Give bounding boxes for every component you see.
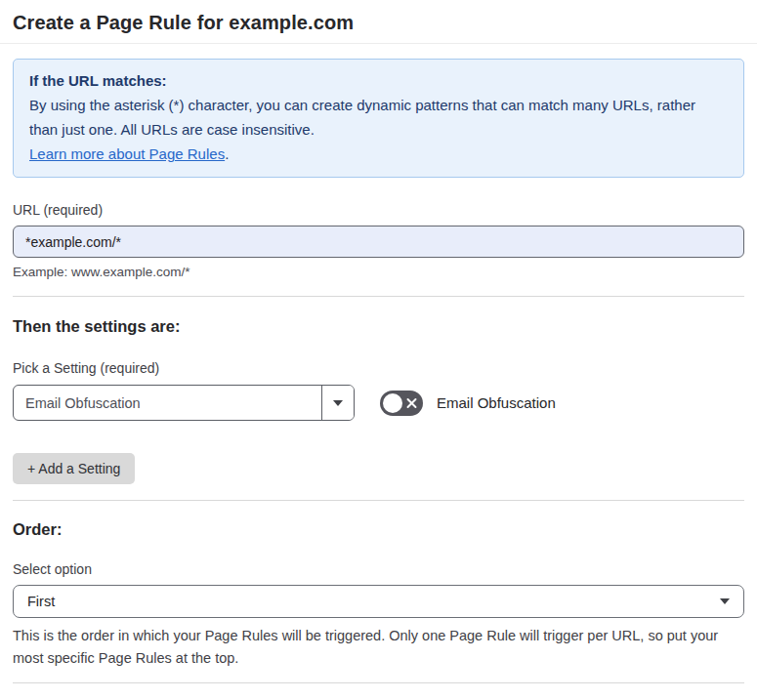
setting-select[interactable]: Email Obfuscation <box>13 385 355 421</box>
x-icon <box>406 397 417 408</box>
order-select-value: First <box>27 594 55 609</box>
url-input[interactable] <box>13 226 744 258</box>
settings-heading: Then the settings are: <box>13 317 744 336</box>
toggle-knob <box>383 393 402 413</box>
select-option-label: Select option <box>13 561 744 577</box>
info-box-link-line: Learn more about Page Rules. <box>29 142 728 166</box>
title-divider <box>0 43 757 44</box>
order-select[interactable]: First <box>13 585 744 618</box>
chevron-down-icon <box>720 598 730 604</box>
info-box-body: By using the asterisk (*) character, you… <box>29 93 728 142</box>
info-box-heading: If the URL matches: <box>29 68 728 93</box>
footer-divider <box>13 682 744 683</box>
add-setting-button[interactable]: + Add a Setting <box>13 453 135 484</box>
page-title: Create a Page Rule for example.com <box>0 0 757 43</box>
section-divider <box>13 500 744 501</box>
section-divider <box>13 296 744 297</box>
order-helper-text: This is the order in which your Page Rul… <box>13 625 744 669</box>
link-period: . <box>225 145 229 162</box>
caret-shape <box>333 400 343 406</box>
url-example-helper: Example: www.example.com/* <box>13 265 744 279</box>
learn-more-link[interactable]: Learn more about Page Rules <box>29 145 225 162</box>
pick-setting-label: Pick a Setting (required) <box>13 360 744 376</box>
url-match-info-box: If the URL matches: By using the asteris… <box>13 59 744 178</box>
email-obfuscation-toggle[interactable] <box>380 391 423 416</box>
setting-row: Email Obfuscation Email Obfuscation <box>13 385 744 421</box>
toggle-setting-label: Email Obfuscation <box>437 394 556 411</box>
order-heading: Order: <box>13 520 744 539</box>
setting-select-value: Email Obfuscation <box>14 395 141 411</box>
page-rule-form: If the URL matches: By using the asteris… <box>0 59 757 700</box>
url-label: URL (required) <box>13 202 744 218</box>
chevron-down-icon[interactable] <box>321 386 354 420</box>
